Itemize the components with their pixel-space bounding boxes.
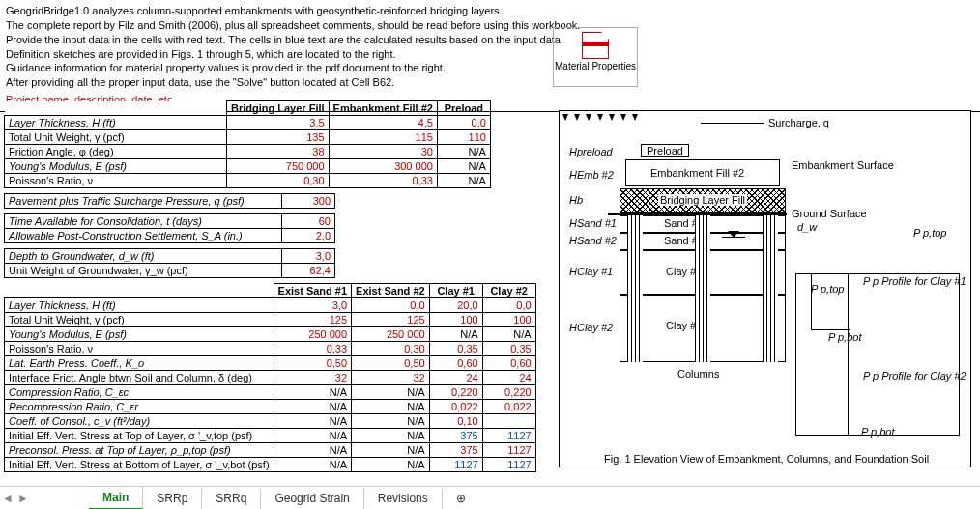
tab-nav-left-icon[interactable]: ◄: [0, 492, 15, 505]
tab-nav-right-icon[interactable]: ►: [15, 492, 31, 505]
elevation-diagram: Surcharge, q Preload Hpreload Embankment…: [559, 110, 971, 467]
fill-properties-table: Bridging Layer FillEmbankment Fill #2Pre…: [4, 100, 491, 188]
tab-main[interactable]: Main: [89, 487, 143, 510]
soil-properties-table: Exist Sand #1Exist Sand #2Clay #1Clay #2…: [4, 283, 536, 472]
material-properties-pdf[interactable]: Material Properties: [553, 27, 638, 87]
tab-srrq[interactable]: SRRq: [202, 488, 261, 509]
tab-srrp[interactable]: SRRp: [143, 488, 202, 509]
tab-geogrid-strain[interactable]: Geogrid Strain: [261, 488, 363, 509]
sheet-tabs: ◄ ► Main SRRp SRRq Geogrid Strain Revisi…: [0, 486, 980, 509]
single-value-table: Pavement plus Traffic Surcharge Pressure…: [4, 193, 335, 209]
add-sheet-button[interactable]: ⊕: [443, 488, 479, 509]
tab-revisions[interactable]: Revisions: [364, 488, 443, 509]
intro-text: GeogridBridge1.0 analyzes column-support…: [0, 0, 980, 90]
pdf-icon: [582, 32, 609, 59]
